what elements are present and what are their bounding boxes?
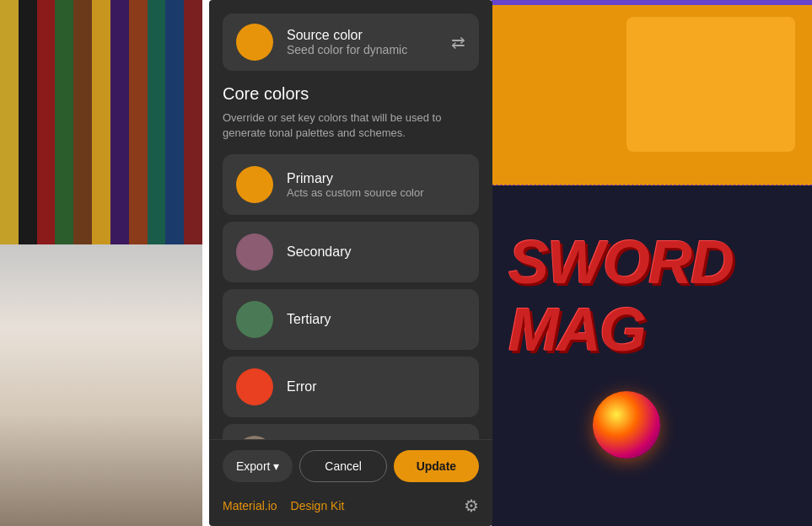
- sword-text: SWORD: [508, 228, 733, 297]
- color-panel: Source color Seed color for dynamic ⇄ Co…: [209, 0, 492, 526]
- secondary-color-item[interactable]: Secondary: [223, 222, 479, 282]
- shuffle-icon[interactable]: ⇄: [451, 32, 465, 52]
- primary-color-info: Primary Acts as custom source color: [287, 171, 424, 199]
- neutral-color-item[interactable]: Neutral: [223, 424, 479, 439]
- error-color-item[interactable]: Error: [223, 357, 479, 417]
- source-color-section: Source color Seed color for dynamic ⇄: [209, 0, 492, 84]
- panel-footer: Export ▾ Cancel Update Material.io Desig…: [209, 439, 492, 526]
- source-color-info: Source color Seed color for dynamic: [287, 28, 438, 56]
- gear-icon[interactable]: ⚙: [464, 496, 479, 516]
- tertiary-color-swatch: [236, 301, 273, 338]
- export-label: Export: [236, 459, 270, 473]
- tertiary-color-name: Tertiary: [287, 312, 331, 327]
- source-color-subtitle: Seed color for dynamic: [287, 43, 438, 56]
- sword-background: SWORD MAG: [492, 185, 812, 526]
- core-colors-description: Override or set key colors that will be …: [223, 110, 479, 141]
- primary-color-subtitle: Acts as custom source color: [287, 186, 424, 199]
- core-colors-section: Core colors Override or set key colors t…: [209, 84, 492, 439]
- card-shape: [626, 17, 795, 152]
- tertiary-color-info: Tertiary: [287, 312, 331, 327]
- design-kit-link[interactable]: Design Kit: [291, 499, 345, 513]
- error-color-swatch: [236, 368, 273, 405]
- error-color-info: Error: [287, 379, 317, 394]
- secondary-color-name: Secondary: [287, 244, 352, 260]
- primary-color-swatch: [236, 166, 273, 203]
- secondary-color-swatch: [236, 233, 273, 271]
- source-color-title: Source color: [287, 28, 438, 43]
- core-colors-title: Core colors: [223, 84, 479, 104]
- export-button[interactable]: Export ▾: [223, 450, 293, 482]
- update-button[interactable]: Update: [394, 450, 479, 482]
- orange-background: [492, 0, 812, 185]
- material-io-link[interactable]: Material.io: [223, 499, 277, 513]
- orb-decoration: [593, 391, 660, 459]
- tea-background: [0, 244, 202, 526]
- source-color-swatch: [236, 24, 273, 61]
- source-color-row[interactable]: Source color Seed color for dynamic ⇄: [223, 13, 479, 71]
- secondary-color-info: Secondary: [287, 244, 352, 260]
- error-color-name: Error: [287, 379, 317, 394]
- mag-text: MAG: [508, 295, 645, 364]
- footer-buttons: Export ▾ Cancel Update: [223, 450, 479, 482]
- footer-links: Material.io Design Kit ⚙: [223, 496, 479, 516]
- primary-color-name: Primary: [287, 171, 424, 186]
- chevron-down-icon: ▾: [273, 459, 279, 473]
- primary-color-item[interactable]: Primary Acts as custom source color: [223, 154, 479, 215]
- cancel-button[interactable]: Cancel: [299, 450, 386, 482]
- tertiary-color-item[interactable]: Tertiary: [223, 289, 479, 350]
